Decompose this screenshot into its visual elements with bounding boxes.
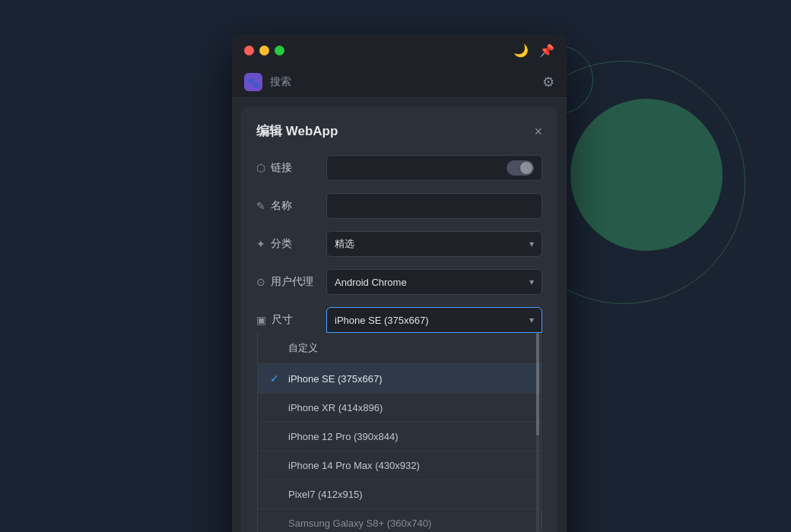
category-icon: ✦ bbox=[256, 238, 265, 250]
pin-icon[interactable]: 📌 bbox=[539, 43, 554, 58]
dropdown-item-iphone-se[interactable]: ✓ iPhone SE (375x667) bbox=[258, 364, 541, 394]
link-toggle[interactable] bbox=[507, 160, 534, 176]
paw-icon: 🐾 bbox=[244, 73, 262, 91]
category-value: 精选 bbox=[335, 237, 354, 251]
dropdown-scrollbar[interactable] bbox=[536, 333, 539, 532]
toggle-knob bbox=[520, 162, 532, 174]
scrollbar-thumb bbox=[536, 333, 539, 435]
useragent-label: ⊙ 用户代理 bbox=[256, 275, 317, 289]
traffic-lights bbox=[244, 46, 284, 55]
dialog-title: 编辑 WebApp bbox=[256, 122, 338, 140]
edit-icon: ✎ bbox=[256, 200, 265, 212]
dropdown-item-label: iPhone 14 Pro Max (430x932) bbox=[288, 460, 420, 471]
dropdown-item-label: Pixel7 (412x915) bbox=[288, 489, 363, 500]
name-row: ✎ 名称 bbox=[256, 193, 542, 219]
bg-circle-medium bbox=[570, 99, 723, 251]
name-label: ✎ 名称 bbox=[256, 199, 317, 213]
dropdown-item-label: iPhone XR (414x896) bbox=[288, 402, 383, 413]
useragent-select[interactable]: Android Chrome ▾ bbox=[326, 269, 542, 295]
useragent-arrow-icon: ▾ bbox=[529, 277, 534, 287]
link-row: ⬡ 链接 bbox=[256, 155, 542, 181]
size-arrow-icon: ▾ bbox=[529, 315, 534, 325]
size-select[interactable]: iPhone SE (375x667) ▾ 自定义 ✓ iPhone SE (3… bbox=[326, 307, 542, 333]
link-icon: ⬡ bbox=[256, 162, 265, 174]
dropdown-item-label: iPhone 12 Pro (390x844) bbox=[288, 431, 399, 442]
title-bar-icons: 🌙 📌 bbox=[513, 43, 554, 58]
dropdown-item-label: iPhone SE (375x667) bbox=[288, 373, 383, 385]
useragent-row: ⊙ 用户代理 Android Chrome ▾ bbox=[256, 269, 542, 295]
dialog-close-button[interactable]: × bbox=[534, 125, 542, 138]
dropdown-item-iphone-12-pro[interactable]: iPhone 12 Pro (390x844) bbox=[258, 423, 541, 451]
dropdown-item-samsung-s8[interactable]: Samsung Galaxy S8+ (360x740) bbox=[258, 509, 541, 532]
traffic-light-green[interactable] bbox=[275, 46, 284, 55]
dropdown-item-iphone-xr[interactable]: iPhone XR (414x896) bbox=[258, 394, 541, 423]
useragent-icon: ⊙ bbox=[256, 276, 265, 288]
useragent-value: Android Chrome bbox=[335, 277, 407, 288]
dropdown-item-iphone-14-pro-max[interactable]: iPhone 14 Pro Max (430x932) bbox=[258, 451, 541, 480]
dropdown-item-pixel7[interactable]: Pixel7 (412x915) bbox=[258, 480, 541, 509]
check-icon: ✓ bbox=[270, 372, 282, 385]
dropdown-item-label: 自定义 bbox=[288, 341, 318, 355]
dialog-header: 编辑 WebApp × bbox=[256, 122, 542, 140]
dropdown-item-label: Samsung Galaxy S8+ (360x740) bbox=[288, 518, 431, 529]
category-arrow-icon: ▾ bbox=[529, 239, 534, 249]
size-value: iPhone SE (375x667) bbox=[335, 315, 429, 326]
name-input[interactable] bbox=[326, 193, 542, 219]
category-label: ✦ 分类 bbox=[256, 237, 317, 251]
dropdown-item-custom[interactable]: 自定义 bbox=[258, 333, 541, 364]
size-dropdown: 自定义 ✓ iPhone SE (375x667) iPhone XR (414… bbox=[257, 333, 542, 532]
link-input-area bbox=[326, 155, 542, 181]
category-row: ✦ 分类 精选 ▾ bbox=[256, 231, 542, 257]
size-label: ▣ 尺寸 bbox=[256, 313, 317, 327]
search-bar: 🐾 搜索 ⚙ bbox=[232, 67, 567, 98]
search-input[interactable]: 搜索 bbox=[270, 75, 535, 89]
size-icon: ▣ bbox=[256, 314, 266, 326]
moon-icon[interactable]: 🌙 bbox=[513, 43, 529, 58]
app-window: 🌙 📌 🐾 搜索 ⚙ 编辑 WebApp × ⬡ 链接 bbox=[232, 34, 567, 532]
category-select[interactable]: 精选 ▾ bbox=[326, 231, 542, 257]
link-label: ⬡ 链接 bbox=[256, 161, 317, 175]
title-bar: 🌙 📌 bbox=[232, 34, 567, 67]
traffic-light-red[interactable] bbox=[244, 46, 254, 55]
traffic-light-yellow[interactable] bbox=[259, 46, 269, 55]
settings-icon[interactable]: ⚙ bbox=[542, 74, 554, 90]
edit-webapp-dialog: 编辑 WebApp × ⬡ 链接 ✎ 名称 bbox=[241, 107, 558, 532]
size-row: ▣ 尺寸 iPhone SE (375x667) ▾ 自定义 ✓ iPhone … bbox=[256, 307, 542, 333]
